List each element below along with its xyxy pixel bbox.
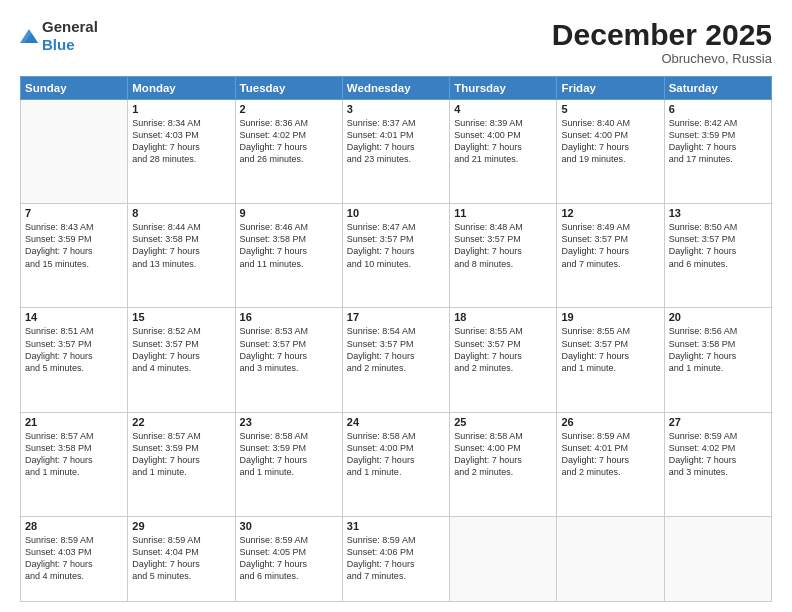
cell-text: Sunrise: 8:58 AMSunset: 4:00 PMDaylight:…: [454, 430, 552, 479]
day-number: 7: [25, 207, 123, 219]
calendar-cell: 18Sunrise: 8:55 AMSunset: 3:57 PMDayligh…: [450, 308, 557, 412]
calendar-cell: 6Sunrise: 8:42 AMSunset: 3:59 PMDaylight…: [664, 100, 771, 204]
calendar-cell: 1Sunrise: 8:34 AMSunset: 4:03 PMDaylight…: [128, 100, 235, 204]
calendar-week-row: 21Sunrise: 8:57 AMSunset: 3:58 PMDayligh…: [21, 412, 772, 516]
cell-text: Sunrise: 8:42 AMSunset: 3:59 PMDaylight:…: [669, 117, 767, 166]
calendar-cell: [664, 516, 771, 601]
logo-icon: [20, 29, 38, 43]
month-title: December 2025: [552, 18, 772, 51]
calendar-cell: 12Sunrise: 8:49 AMSunset: 3:57 PMDayligh…: [557, 204, 664, 308]
logo: General Blue: [20, 18, 98, 54]
calendar-cell: 20Sunrise: 8:56 AMSunset: 3:58 PMDayligh…: [664, 308, 771, 412]
calendar-week-row: 28Sunrise: 8:59 AMSunset: 4:03 PMDayligh…: [21, 516, 772, 601]
day-number: 30: [240, 520, 338, 532]
page: General Blue December 2025 Obruchevo, Ru…: [0, 0, 792, 612]
day-number: 12: [561, 207, 659, 219]
cell-text: Sunrise: 8:50 AMSunset: 3:57 PMDaylight:…: [669, 221, 767, 270]
calendar-cell: [21, 100, 128, 204]
day-number: 22: [132, 416, 230, 428]
logo-general: General: [42, 18, 98, 35]
calendar-col-saturday: Saturday: [664, 77, 771, 100]
calendar-cell: 24Sunrise: 8:58 AMSunset: 4:00 PMDayligh…: [342, 412, 449, 516]
calendar-col-friday: Friday: [557, 77, 664, 100]
calendar-table: SundayMondayTuesdayWednesdayThursdayFrid…: [20, 76, 772, 602]
cell-text: Sunrise: 8:59 AMSunset: 4:03 PMDaylight:…: [25, 534, 123, 583]
cell-text: Sunrise: 8:54 AMSunset: 3:57 PMDaylight:…: [347, 325, 445, 374]
day-number: 20: [669, 311, 767, 323]
day-number: 25: [454, 416, 552, 428]
calendar-col-tuesday: Tuesday: [235, 77, 342, 100]
calendar-cell: 23Sunrise: 8:58 AMSunset: 3:59 PMDayligh…: [235, 412, 342, 516]
cell-text: Sunrise: 8:59 AMSunset: 4:01 PMDaylight:…: [561, 430, 659, 479]
day-number: 16: [240, 311, 338, 323]
cell-text: Sunrise: 8:57 AMSunset: 3:59 PMDaylight:…: [132, 430, 230, 479]
cell-text: Sunrise: 8:52 AMSunset: 3:57 PMDaylight:…: [132, 325, 230, 374]
calendar-cell: 25Sunrise: 8:58 AMSunset: 4:00 PMDayligh…: [450, 412, 557, 516]
cell-text: Sunrise: 8:48 AMSunset: 3:57 PMDaylight:…: [454, 221, 552, 270]
calendar-cell: 8Sunrise: 8:44 AMSunset: 3:58 PMDaylight…: [128, 204, 235, 308]
calendar-cell: 17Sunrise: 8:54 AMSunset: 3:57 PMDayligh…: [342, 308, 449, 412]
calendar-cell: 29Sunrise: 8:59 AMSunset: 4:04 PMDayligh…: [128, 516, 235, 601]
calendar-cell: 10Sunrise: 8:47 AMSunset: 3:57 PMDayligh…: [342, 204, 449, 308]
day-number: 3: [347, 103, 445, 115]
day-number: 14: [25, 311, 123, 323]
day-number: 9: [240, 207, 338, 219]
cell-text: Sunrise: 8:46 AMSunset: 3:58 PMDaylight:…: [240, 221, 338, 270]
day-number: 4: [454, 103, 552, 115]
cell-text: Sunrise: 8:58 AMSunset: 4:00 PMDaylight:…: [347, 430, 445, 479]
calendar-cell: 30Sunrise: 8:59 AMSunset: 4:05 PMDayligh…: [235, 516, 342, 601]
calendar-cell: 15Sunrise: 8:52 AMSunset: 3:57 PMDayligh…: [128, 308, 235, 412]
day-number: 6: [669, 103, 767, 115]
calendar-cell: 14Sunrise: 8:51 AMSunset: 3:57 PMDayligh…: [21, 308, 128, 412]
day-number: 29: [132, 520, 230, 532]
title-block: December 2025 Obruchevo, Russia: [552, 18, 772, 66]
calendar-cell: 4Sunrise: 8:39 AMSunset: 4:00 PMDaylight…: [450, 100, 557, 204]
cell-text: Sunrise: 8:51 AMSunset: 3:57 PMDaylight:…: [25, 325, 123, 374]
day-number: 19: [561, 311, 659, 323]
calendar-week-row: 7Sunrise: 8:43 AMSunset: 3:59 PMDaylight…: [21, 204, 772, 308]
day-number: 27: [669, 416, 767, 428]
day-number: 10: [347, 207, 445, 219]
calendar-cell: 16Sunrise: 8:53 AMSunset: 3:57 PMDayligh…: [235, 308, 342, 412]
logo-blue: Blue: [42, 36, 75, 53]
day-number: 5: [561, 103, 659, 115]
cell-text: Sunrise: 8:47 AMSunset: 3:57 PMDaylight:…: [347, 221, 445, 270]
location: Obruchevo, Russia: [552, 51, 772, 66]
day-number: 23: [240, 416, 338, 428]
day-number: 13: [669, 207, 767, 219]
calendar-cell: 27Sunrise: 8:59 AMSunset: 4:02 PMDayligh…: [664, 412, 771, 516]
calendar-cell: 31Sunrise: 8:59 AMSunset: 4:06 PMDayligh…: [342, 516, 449, 601]
cell-text: Sunrise: 8:56 AMSunset: 3:58 PMDaylight:…: [669, 325, 767, 374]
calendar-col-wednesday: Wednesday: [342, 77, 449, 100]
day-number: 21: [25, 416, 123, 428]
cell-text: Sunrise: 8:58 AMSunset: 3:59 PMDaylight:…: [240, 430, 338, 479]
cell-text: Sunrise: 8:34 AMSunset: 4:03 PMDaylight:…: [132, 117, 230, 166]
calendar-cell: 21Sunrise: 8:57 AMSunset: 3:58 PMDayligh…: [21, 412, 128, 516]
calendar-col-sunday: Sunday: [21, 77, 128, 100]
calendar-cell: 11Sunrise: 8:48 AMSunset: 3:57 PMDayligh…: [450, 204, 557, 308]
cell-text: Sunrise: 8:49 AMSunset: 3:57 PMDaylight:…: [561, 221, 659, 270]
calendar-cell: 19Sunrise: 8:55 AMSunset: 3:57 PMDayligh…: [557, 308, 664, 412]
day-number: 8: [132, 207, 230, 219]
calendar-cell: 7Sunrise: 8:43 AMSunset: 3:59 PMDaylight…: [21, 204, 128, 308]
cell-text: Sunrise: 8:53 AMSunset: 3:57 PMDaylight:…: [240, 325, 338, 374]
cell-text: Sunrise: 8:44 AMSunset: 3:58 PMDaylight:…: [132, 221, 230, 270]
day-number: 26: [561, 416, 659, 428]
cell-text: Sunrise: 8:43 AMSunset: 3:59 PMDaylight:…: [25, 221, 123, 270]
day-number: 17: [347, 311, 445, 323]
cell-text: Sunrise: 8:57 AMSunset: 3:58 PMDaylight:…: [25, 430, 123, 479]
calendar-cell: [557, 516, 664, 601]
cell-text: Sunrise: 8:59 AMSunset: 4:06 PMDaylight:…: [347, 534, 445, 583]
calendar-cell: [450, 516, 557, 601]
calendar-col-monday: Monday: [128, 77, 235, 100]
calendar-cell: 5Sunrise: 8:40 AMSunset: 4:00 PMDaylight…: [557, 100, 664, 204]
cell-text: Sunrise: 8:39 AMSunset: 4:00 PMDaylight:…: [454, 117, 552, 166]
cell-text: Sunrise: 8:40 AMSunset: 4:00 PMDaylight:…: [561, 117, 659, 166]
day-number: 24: [347, 416, 445, 428]
cell-text: Sunrise: 8:59 AMSunset: 4:05 PMDaylight:…: [240, 534, 338, 583]
day-number: 18: [454, 311, 552, 323]
calendar-week-row: 14Sunrise: 8:51 AMSunset: 3:57 PMDayligh…: [21, 308, 772, 412]
cell-text: Sunrise: 8:55 AMSunset: 3:57 PMDaylight:…: [561, 325, 659, 374]
cell-text: Sunrise: 8:59 AMSunset: 4:02 PMDaylight:…: [669, 430, 767, 479]
calendar-cell: 28Sunrise: 8:59 AMSunset: 4:03 PMDayligh…: [21, 516, 128, 601]
